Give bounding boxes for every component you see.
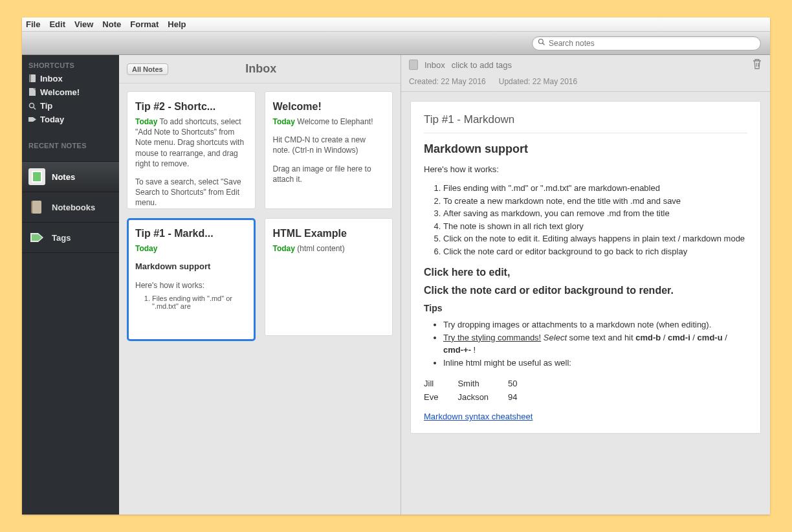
note-list-header: All Notes Inbox [119,55,401,83]
svg-rect-12 [32,201,41,214]
shortcut-label: Tip [40,101,52,111]
note-cards-grid: Tip #2 - Shortc... Today To add shortcut… [119,83,401,515]
note-card-selected[interactable]: Tip #1 - Markd... Today Markdown support… [127,218,256,341]
note-content[interactable]: Tip #1 - Markdown Markdown support Here'… [410,101,761,434]
shortcut-label: Today [40,115,64,124]
nav-label: Tags [52,233,71,243]
content-list: Files ending with ".md" or ".md.txt" are… [443,182,747,258]
toolbar [22,32,770,55]
note-card[interactable]: Tip #2 - Shortc... Today To add shortcut… [127,91,256,209]
sidebar: SHORTCUTS Inbox Welcome! Tip Today RECEN… [22,55,119,515]
app-window: File Edit View Note Format Help SHORTCUT… [22,17,770,515]
svg-rect-10 [33,172,41,181]
updated-date: Updated: 22 May 2016 [499,77,577,86]
shortcut-label: Welcome! [40,87,80,97]
menu-help[interactable]: Help [168,19,186,29]
editor-panel: Inbox click to add tags Created: 22 May … [401,55,770,515]
tag-field[interactable]: click to add tags [452,60,512,70]
card-snippet: To save a search, select "Save Search to… [135,177,247,208]
note-list-panel: All Notes Inbox Tip #2 - Shortc... Today… [119,55,401,515]
card-heading: Markdown support [135,261,247,271]
shortcut-welcome[interactable]: Welcome! [22,85,119,99]
card-snippet: Hit CMD-N to create a new note. (Ctrl-n … [273,135,385,155]
shortcut-tip[interactable]: Tip [22,99,119,113]
svg-point-6 [30,103,34,107]
card-date: Today [135,243,247,254]
svg-point-0 [539,39,544,44]
card-snippet: Today (html content) [273,243,385,254]
nav-label: Notebooks [52,203,95,212]
menu-note[interactable]: Note [102,19,121,29]
note-icon [28,89,36,96]
card-snippet: Today To add shortcuts, select "Add Note… [135,116,247,169]
cheatsheet-link[interactable]: Markdown syntax cheatsheet [424,412,533,421]
created-date: Created: 22 May 2016 [409,77,486,86]
search-field[interactable] [532,36,761,50]
shortcut-label: Inbox [40,74,63,83]
content-heading: Tips [424,303,747,313]
card-list: Files ending with ".md" or ".md.txt" are [152,294,247,310]
search-icon [538,38,549,48]
shortcut-today[interactable]: Today [22,113,119,126]
shortcuts-header: SHORTCUTS [22,55,119,72]
content-heading: Markdown support [424,142,747,156]
card-title: Welcome! [273,101,385,113]
card-snippet: Drag an image or file here to attach it. [273,164,385,184]
card-title: Tip #2 - Shortc... [135,101,247,113]
trash-button[interactable] [752,58,762,72]
tag-icon [28,116,36,124]
tags-icon [28,229,45,246]
main-nav: Notes Notebooks Tags [22,161,119,253]
menu-edit[interactable]: Edit [49,19,65,29]
content-heading: Click the note card or editor background… [424,285,747,296]
nav-notes[interactable]: Notes [22,162,119,192]
nav-tags[interactable]: Tags [22,223,119,253]
content-table: JillSmith50 EveJackson94 [424,377,537,404]
search-icon [28,102,36,110]
recent-notes-header: RECENT NOTES [22,135,119,152]
card-snippet: Here's how it works: [135,280,247,291]
svg-marker-8 [28,117,36,122]
menu-view[interactable]: View [74,19,93,29]
menu-format[interactable]: Format [130,19,159,29]
svg-rect-3 [29,74,31,82]
editor-metadata: Inbox click to add tags Created: 22 May … [401,55,770,92]
menu-bar: File Edit View Note Format Help [22,17,770,32]
svg-line-7 [34,107,36,109]
svg-line-1 [543,43,545,45]
notebook-name[interactable]: Inbox [424,60,445,70]
notebook-title: Inbox [129,62,393,76]
content-list: Try dropping images or attachments to a … [443,318,747,369]
shortcut-inbox[interactable]: Inbox [22,72,119,85]
card-snippet: Today Welcome to Elephant! [273,116,385,127]
note-title[interactable]: Tip #1 - Markdown [424,113,747,133]
content-heading: Click here to edit, [424,267,747,278]
card-title: HTML Example [273,228,385,239]
note-card[interactable]: HTML Example Today (html content) [265,218,393,336]
menu-file[interactable]: File [26,19,40,29]
notebook-icon [409,60,418,70]
card-title: Tip #1 - Markd... [135,228,247,239]
content-text: Here's how it works: [424,164,747,175]
notes-icon [28,168,45,185]
notebooks-icon [28,199,45,216]
nav-notebooks[interactable]: Notebooks [22,192,119,223]
search-input[interactable] [549,39,755,48]
note-card[interactable]: Welcome! Today Welcome to Elephant! Hit … [265,91,393,209]
main-area: SHORTCUTS Inbox Welcome! Tip Today RECEN… [22,55,770,515]
notebook-icon [28,75,36,83]
nav-label: Notes [52,172,75,182]
